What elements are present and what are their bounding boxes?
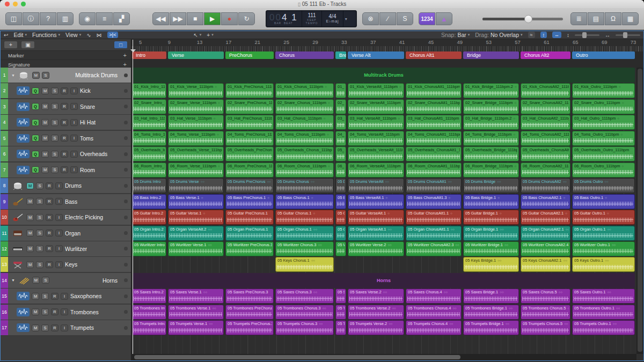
disclosure-triangle-icon[interactable]: ▼ — [11, 278, 15, 282]
input-monitor-button[interactable]: I — [70, 135, 78, 142]
region[interactable]: 06_Room_ChorusAlt1_111bpm — [406, 162, 462, 178]
arrangement-marker[interactable]: Intro — [132, 51, 166, 59]
region[interactable]: 05 Guitar PreChorus.1 — [225, 210, 274, 225]
input-monitor-button[interactable]: I — [61, 293, 68, 300]
region[interactable]: 05 Saxes PreChorus.3 — [225, 289, 274, 304]
input-monitor-button[interactable]: I — [70, 151, 78, 158]
region[interactable]: 05 Keys Chorus.1○○ — [275, 257, 334, 272]
region[interactable]: 05 Saxes Verse.2○○ — [348, 289, 404, 304]
quantize-button[interactable]: Q — [32, 103, 39, 110]
track-header-config-button[interactable]: □ — [114, 41, 128, 49]
solo-button[interactable]: S — [41, 324, 49, 331]
region[interactable]: 02_Snare_VerseAlt_111bpm — [348, 99, 404, 114]
region[interactable]: 05 Trombones Verse.2○○ — [348, 305, 404, 320]
region[interactable]: 04_Toms_ChorusAlt1_111bpm — [406, 131, 462, 146]
add-signature-button[interactable]: + — [123, 61, 127, 68]
region[interactable]: 04_Toms_VerseAlt_111bpm — [348, 131, 404, 146]
add-track-button[interactable]: + — [4, 41, 18, 49]
region[interactable]: 01_Kick_Outro_111bpm○ — [572, 83, 635, 98]
waveform-zoom-button[interactable]: ≈ — [528, 32, 535, 38]
track-header-keys[interactable]: 13MSRIKeys — [1, 257, 131, 272]
region[interactable]: 05 Keys Outro.1○○ — [572, 257, 635, 272]
mute-button[interactable]: M — [26, 245, 34, 252]
region[interactable]: 03_Ha — [335, 115, 346, 130]
region[interactable]: 05 Wurlitzer ChorusAlt2.4 — [521, 241, 570, 256]
region[interactable]: 05 Guitar Intro.2 — [132, 210, 166, 225]
horizontal-zoom-slider[interactable] — [616, 34, 640, 36]
track-header-snare[interactable]: 3QMSRISnare — [1, 99, 131, 115]
duplicate-track-button[interactable]: ▣ — [21, 41, 35, 49]
count-in-button[interactable]: 1234 — [419, 12, 435, 25]
region[interactable]: 06_Room_Intro_111 — [132, 162, 166, 178]
quick-help-icon[interactable]: ? — [40, 12, 56, 25]
horizontal-auto-zoom-button[interactable]: ↔ — [552, 32, 561, 38]
menu-functions[interactable]: Functions▾ — [32, 32, 60, 38]
quantize-button[interactable]: Q — [32, 151, 39, 158]
horizontal-scrollbar[interactable] — [132, 354, 636, 360]
vertical-auto-zoom-button[interactable]: ↕ — [540, 32, 547, 38]
apple-loops-icon[interactable]: Ω — [605, 12, 621, 25]
track-header-electric-picking[interactable]: 10MSRIElectric Picking — [1, 210, 131, 225]
region[interactable]: 06_Room_Chorus_111bpm○ — [275, 162, 334, 178]
track-header-saxophones[interactable]: 15MSRISaxophones — [1, 289, 131, 304]
track-header-room[interactable]: 7QMSRIRoom — [1, 162, 131, 178]
snap-menu[interactable]: Snap:Bar▾ — [441, 32, 470, 38]
region[interactable]: 05 Trumpets Chorus.5○○ — [521, 320, 570, 335]
region[interactable]: 05 Bas — [335, 194, 346, 209]
region[interactable]: 04_Toms_Intro_111b — [132, 131, 166, 146]
menu-edit[interactable]: Edit▾ — [13, 32, 27, 38]
mixer-icon[interactable]: ≡ — [96, 12, 113, 25]
solo-button[interactable]: S — [42, 277, 49, 284]
solo-button[interactable]: S — [51, 103, 58, 110]
region[interactable]: 05 Wurlitzer PreChorus.3 — [225, 241, 274, 256]
arrangement-marker[interactable]: Outro — [572, 51, 635, 59]
region[interactable]: 05 Drums PreChorus○○ — [225, 178, 274, 193]
record-enable-button[interactable]: R — [46, 214, 53, 221]
region[interactable]: 05 Saxes Intro.2 — [132, 289, 166, 304]
cycle-button[interactable]: ↻ — [238, 12, 255, 25]
input-monitor-button[interactable]: I — [55, 261, 63, 268]
mute-button[interactable]: M — [41, 87, 49, 94]
horizontal-scrollbar-thumb[interactable] — [134, 355, 460, 359]
record-enable-button[interactable]: R — [51, 324, 58, 331]
solo-button[interactable]: S — [36, 214, 43, 221]
rewind-button[interactable]: ◀◀ — [152, 12, 169, 25]
record-button[interactable]: ● — [221, 12, 238, 25]
mute-button[interactable]: M — [26, 198, 34, 205]
region[interactable]: 06_Room_VerseAlt_111bpm — [348, 162, 404, 178]
quantize-button[interactable]: Q — [32, 87, 39, 94]
quantize-button[interactable]: Q — [32, 166, 39, 173]
region[interactable]: 05 Keys ChorusAlt2.1○○ — [521, 257, 570, 272]
region[interactable]: 05_Overheads_VerseAlt_111bpm — [348, 146, 404, 161]
region[interactable]: 01_Kick_Intro_111bp — [132, 83, 166, 98]
tuner-icon[interactable]: ∕ — [379, 12, 396, 25]
command-click-tool-menu[interactable]: +▾ — [207, 32, 213, 38]
mute-button[interactable]: M — [26, 261, 34, 268]
record-enable-button[interactable]: R — [61, 135, 68, 142]
region[interactable]: 05 Guitar Verse.1○ — [168, 210, 224, 225]
solo-button[interactable]: S — [51, 87, 58, 94]
region[interactable]: 06_Room_Verse_111bpm○ — [168, 162, 224, 178]
smart-controls-icon[interactable]: ◉ — [79, 12, 96, 25]
region[interactable]: 05 Guitar ChorusAlt2.1○ — [521, 210, 570, 225]
region[interactable]: 05 Organ Chorus.1○○ — [275, 226, 334, 241]
region[interactable]: 05 Drums Verse○○ — [168, 178, 224, 193]
track-header-organ[interactable]: 11MSRIOrgan — [1, 226, 131, 241]
region[interactable]: 05 Organ VerseAlt.1○○ — [348, 226, 404, 241]
region[interactable]: 05 Guitar Chorus.1○ — [275, 210, 334, 225]
region[interactable]: 02_Snare_ChorusAlt2_111bpm — [521, 99, 570, 114]
region[interactable]: 05 Gui — [335, 210, 346, 225]
region[interactable]: 05 Trombones Chorus.4○○ — [406, 305, 462, 320]
track-header-bass[interactable]: 9MSRIBass — [1, 194, 131, 210]
mute-button[interactable]: M — [32, 72, 40, 79]
playhead[interactable] — [133, 40, 133, 354]
automation-icon[interactable]: ∿ — [86, 32, 91, 38]
arrangement-marker[interactable]: Verse Alt — [348, 51, 404, 59]
track-header-overheads[interactable]: 6QMSRIOverheads — [1, 146, 131, 162]
mute-button[interactable]: M — [32, 308, 39, 315]
record-enable-button[interactable]: R — [61, 119, 68, 126]
region[interactable]: 05 Guitar Outro.1○ — [572, 210, 635, 225]
arrangement-marker[interactable]: Verse — [168, 51, 224, 59]
region[interactable]: 05 Saxes Chorus.3○○ — [275, 289, 334, 304]
input-monitor-button[interactable]: I — [55, 214, 63, 221]
